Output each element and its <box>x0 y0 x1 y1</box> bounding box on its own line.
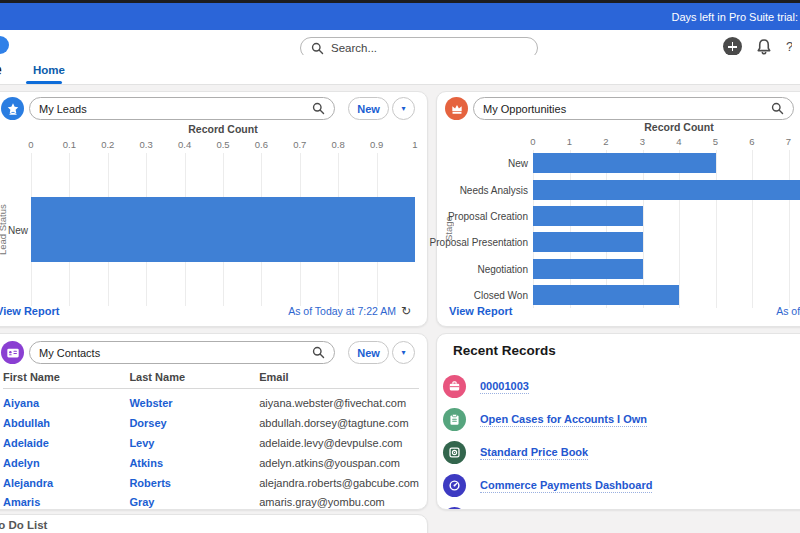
contact-email: abdullah.dorsey@tagtune.com <box>259 417 408 429</box>
search-icon[interactable] <box>312 102 325 115</box>
contact-last-name-link[interactable]: Webster <box>129 397 172 409</box>
leads-new-button[interactable]: New <box>348 97 389 120</box>
my-opportunities-card: My Opportunities New ▾ Record Count 0123… <box>436 91 800 327</box>
x-tick-label: 7 <box>786 136 791 147</box>
category-label: New <box>508 158 528 169</box>
contacts-listview-selector[interactable]: My Contacts <box>29 341 335 364</box>
gridline <box>752 150 753 308</box>
bar[interactable] <box>533 180 800 200</box>
x-tick-label: 0.3 <box>140 139 153 150</box>
bar[interactable] <box>533 259 643 279</box>
x-tick-label: 0.4 <box>178 139 191 150</box>
contacts-listview-name: My Contacts <box>39 347 312 359</box>
contact-first-name-link[interactable]: Amaris <box>3 496 40 508</box>
table-row: AbdullahDorseyabdullah.dorsey@tagtune.co… <box>3 413 419 433</box>
opportunities-listview-selector[interactable]: My Opportunities <box>473 97 794 120</box>
contact-last-name-link[interactable]: Gray <box>129 496 154 508</box>
recent-records-list: 00001003Open Cases for Accounts I OwnSta… <box>443 370 800 510</box>
x-tick-label: 1 <box>567 136 572 147</box>
recent-records-title: Recent Records <box>453 343 556 358</box>
column-header-email[interactable]: Email <box>259 367 419 388</box>
column-header-first-name[interactable]: First Name <box>3 367 129 388</box>
chart-category-labels: NewNeeds AnalysisProposal CreationPropos… <box>437 150 528 308</box>
contact-last-name-link[interactable]: Roberts <box>129 477 171 489</box>
contacts-more-actions-button[interactable]: ▾ <box>392 341 415 364</box>
list-item-partial <box>443 502 800 510</box>
column-header-last-name[interactable]: Last Name <box>129 367 259 388</box>
opportunities-bar-chart <box>533 150 800 308</box>
bar[interactable] <box>31 197 415 262</box>
app-label-fragment: ne <box>0 61 2 79</box>
contact-email: adelaide.levy@devpulse.com <box>259 437 402 449</box>
category-label: Closed Won <box>474 289 528 300</box>
gridline <box>679 150 680 308</box>
contact-last-name-link[interactable]: Levy <box>129 437 154 449</box>
partial-icon[interactable]: ? <box>786 39 792 55</box>
contact-first-name-link[interactable]: Adelyn <box>3 457 40 469</box>
trial-banner: Days left in Pro Suite trial: <box>0 3 800 30</box>
contact-first-name-link[interactable]: Abdullah <box>3 417 50 429</box>
contacts-new-button[interactable]: New <box>348 341 389 364</box>
bar[interactable] <box>533 153 716 173</box>
category-label: New <box>8 224 28 235</box>
todo-list-title: To Do List <box>0 519 47 531</box>
my-leads-card: My Leads New ▾ Record Count 00.10.20.30.… <box>0 91 428 327</box>
bar[interactable] <box>533 285 679 305</box>
x-tick-label: 2 <box>603 136 608 147</box>
category-label: Negotiation <box>477 263 528 274</box>
list-item: Commerce Payments Dashboard <box>443 469 800 502</box>
contact-first-name-link[interactable]: Aiyana <box>3 397 39 409</box>
nav-bar: ne Home <box>0 55 800 85</box>
contact-email: aiyana.webster@fivechat.com <box>259 397 406 409</box>
bar[interactable] <box>533 232 643 252</box>
view-report-link[interactable]: View Report <box>449 305 512 317</box>
chart-axis-title: Record Count <box>31 123 415 135</box>
contact-last-name-link[interactable]: Atkins <box>129 457 163 469</box>
chevron-down-icon: ▾ <box>401 348 405 357</box>
price-book-icon <box>443 441 466 464</box>
x-tick-label: 0.8 <box>332 139 345 150</box>
chart-x-ticks: 01234567 <box>533 136 800 148</box>
search-icon[interactable] <box>771 102 784 115</box>
table-row: AdelynAtkinsadelyn.atkins@youspan.com <box>3 453 419 473</box>
contact-card-icon <box>1 341 24 364</box>
plus-icon[interactable] <box>723 37 742 56</box>
bar[interactable] <box>533 206 643 226</box>
leads-more-actions-button[interactable]: ▾ <box>392 97 415 120</box>
view-report-link[interactable]: View Report <box>0 305 59 317</box>
as-of-timestamp: As of Today at 7:22 AM <box>776 305 800 317</box>
search-icon <box>311 42 324 55</box>
x-tick-label: 0.1 <box>63 139 76 150</box>
search-icon[interactable] <box>312 346 325 359</box>
contact-first-name-link[interactable]: Adelaide <box>3 437 49 449</box>
x-tick-label: 0.7 <box>293 139 306 150</box>
recent-record-link[interactable]: Commerce Payments Dashboard <box>480 479 652 493</box>
category-label: Needs Analysis <box>460 184 528 195</box>
case-icon <box>443 375 466 398</box>
recent-record-link[interactable]: 00001003 <box>480 380 529 394</box>
refresh-icon[interactable]: ↻ <box>401 304 411 318</box>
gridline <box>789 150 790 308</box>
opportunity-crown-icon <box>445 97 468 120</box>
global-search-placeholder: Search... <box>331 42 377 54</box>
gridline <box>716 150 717 308</box>
leads-listview-selector[interactable]: My Leads <box>29 97 335 120</box>
recent-record-link[interactable]: Standard Price Book <box>480 446 588 460</box>
x-tick-label: 4 <box>676 136 681 147</box>
my-contacts-card: My Contacts New ▾ First Name Last Name E… <box>0 333 428 510</box>
leads-bar-chart <box>31 153 415 306</box>
contact-last-name-link[interactable]: Dorsey <box>129 417 166 429</box>
x-tick-label: 0.6 <box>255 139 268 150</box>
x-tick-label: 0.2 <box>101 139 114 150</box>
x-tick-label: 0.9 <box>370 139 383 150</box>
recent-record-link[interactable]: Open Cases for Accounts I Own <box>480 413 647 427</box>
clipboard-icon <box>443 408 466 431</box>
tab-home-active-underline <box>26 81 62 84</box>
x-tick-label: 0.5 <box>216 139 229 150</box>
tab-home[interactable]: Home <box>33 64 65 76</box>
contact-email: alejandra.roberts@gabcube.com <box>259 477 419 489</box>
contact-first-name-link[interactable]: Alejandra <box>3 477 53 489</box>
trial-banner-text: Days left in Pro Suite trial: <box>671 11 798 23</box>
bell-icon[interactable] <box>755 38 773 56</box>
chart-x-ticks: 00.10.20.30.40.50.60.70.80.91 <box>31 139 415 151</box>
